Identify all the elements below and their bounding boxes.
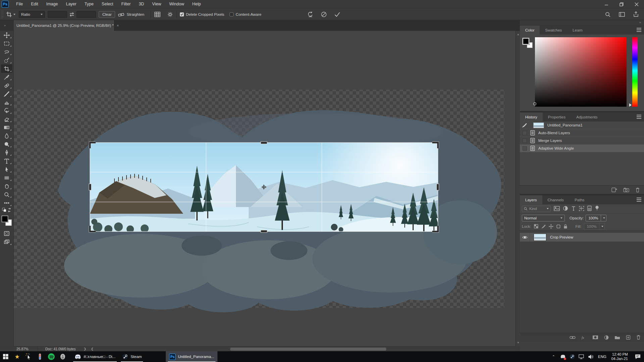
- straighten-icon[interactable]: [118, 11, 125, 18]
- opacity-input[interactable]: 100%: [586, 215, 606, 221]
- zoom-level[interactable]: 25.87%: [14, 347, 38, 352]
- delete-layer-trash-icon[interactable]: [636, 335, 641, 340]
- reset-crop-icon[interactable]: [307, 11, 314, 18]
- menu-select[interactable]: Select: [98, 0, 117, 8]
- zoom-tool[interactable]: [1, 190, 12, 199]
- crop-settings-gear-icon[interactable]: [167, 11, 174, 18]
- tab-adjustments[interactable]: Adjustments: [571, 112, 603, 121]
- saturation-brightness-field[interactable]: [535, 37, 627, 107]
- lasso-tool[interactable]: [1, 48, 12, 56]
- history-state-row[interactable]: Auto-Blend Layers: [520, 129, 644, 137]
- tray-expand-chevron[interactable]: ⌃: [549, 351, 557, 362]
- tab-color[interactable]: Color: [520, 25, 540, 35]
- temperature-monitor-icon[interactable]: [34, 351, 46, 362]
- crop-tool[interactable]: [1, 64, 12, 73]
- collapse-toolbar-chevrons[interactable]: »: [0, 20, 14, 31]
- menu-layer[interactable]: Layer: [62, 0, 80, 8]
- straighten-label[interactable]: Straighten: [127, 12, 144, 16]
- foreground-background-swatches[interactable]: [2, 216, 12, 226]
- blend-mode-select[interactable]: Normal: [522, 215, 565, 221]
- pen-tool[interactable]: [1, 148, 12, 157]
- action-center-icon[interactable]: [631, 351, 644, 362]
- vertical-scrollbar[interactable]: ▲ ▼: [515, 31, 520, 346]
- fill-input[interactable]: 100%: [584, 223, 604, 230]
- spotify-icon[interactable]: [46, 351, 57, 362]
- taskbar-steam-button[interactable]: Steam: [119, 351, 145, 362]
- ratio-select[interactable]: Ratio: [19, 11, 45, 18]
- cancel-crop-icon[interactable]: [320, 11, 327, 18]
- tab-properties[interactable]: Properties: [543, 112, 571, 121]
- path-selection-tool[interactable]: [1, 165, 12, 173]
- collapse-panels-chevrons[interactable]: »: [520, 20, 644, 25]
- color-panel-swatches[interactable]: [523, 38, 533, 48]
- layer-visibility-eye-icon[interactable]: [520, 233, 530, 242]
- history-source-checkbox[interactable]: [523, 131, 527, 135]
- link-layers-icon[interactable]: [569, 335, 576, 340]
- rectangle-tool[interactable]: [1, 173, 12, 182]
- eraser-tool[interactable]: [1, 115, 12, 123]
- foreground-color-swatch[interactable]: [523, 38, 529, 45]
- close-button[interactable]: [629, 0, 644, 8]
- tab-layers[interactable]: Layers: [520, 195, 542, 204]
- menu-filter[interactable]: Filter: [117, 0, 135, 8]
- overlay-grid-icon[interactable]: [154, 11, 161, 18]
- new-layer-icon[interactable]: [626, 335, 631, 340]
- history-state-row[interactable]: Merge Layers: [520, 137, 644, 145]
- filter-smart-objects-icon[interactable]: [587, 206, 592, 212]
- eyedropper-tool[interactable]: [1, 73, 12, 81]
- filter-toggle-icon[interactable]: [595, 206, 599, 212]
- cursor-app-icon[interactable]: [23, 351, 34, 362]
- lock-image-brush-icon[interactable]: [541, 224, 546, 229]
- new-group-folder-icon[interactable]: [614, 335, 620, 340]
- clear-button[interactable]: Clear: [99, 11, 115, 18]
- quick-selection-tool[interactable]: [1, 56, 12, 64]
- tray-discord-icon[interactable]: [559, 351, 567, 362]
- start-button[interactable]: [0, 351, 11, 362]
- speaker-app-icon[interactable]: [57, 351, 68, 362]
- new-document-from-state-icon[interactable]: [611, 187, 617, 193]
- network-icon[interactable]: [578, 351, 586, 362]
- favorites-star-icon[interactable]: ★: [11, 351, 23, 362]
- taskbar-discord-button[interactable]: #□главные□ - Di...: [71, 351, 119, 362]
- minimize-button[interactable]: [599, 0, 614, 8]
- share-icon[interactable]: [633, 11, 639, 18]
- canvas-area[interactable]: [14, 31, 515, 346]
- tray-steam-icon[interactable]: [568, 351, 576, 362]
- menu-view[interactable]: View: [148, 0, 165, 8]
- horizontal-scrollbar-thumb[interactable]: [230, 348, 386, 351]
- lock-all-padlock-icon[interactable]: [563, 224, 567, 229]
- type-tool[interactable]: [1, 157, 12, 165]
- menu-3d[interactable]: 3D: [135, 0, 148, 8]
- status-next-icon[interactable]: ❯: [84, 347, 86, 351]
- status-prev-icon[interactable]: ❮: [91, 347, 94, 351]
- history-source-checkbox[interactable]: [523, 146, 527, 151]
- screen-mode-button[interactable]: [1, 238, 12, 246]
- panel-menu-icon[interactable]: [637, 115, 641, 119]
- spot-healing-brush-tool[interactable]: [1, 81, 12, 90]
- menu-file[interactable]: File: [12, 0, 27, 8]
- document-tab[interactable]: Untitled_Panorama1 @ 25.9% (Crop Preview…: [14, 20, 114, 31]
- layer-row-crop-preview[interactable]: Crop Preview: [520, 233, 644, 242]
- options-grip[interactable]: [1, 11, 3, 18]
- delete-state-trash-icon[interactable]: [635, 187, 640, 193]
- delete-cropped-pixels-checkbox[interactable]: Delete Cropped Pixels: [180, 12, 230, 16]
- taskbar-photoshop-button[interactable]: Ps Untitled_Panorama...: [166, 351, 217, 362]
- new-adjustment-layer-icon[interactable]: [604, 335, 609, 340]
- workspace-switcher-icon[interactable]: [618, 11, 625, 18]
- panel-menu-icon[interactable]: [637, 198, 641, 202]
- lock-position-icon[interactable]: [549, 224, 553, 229]
- filter-adjustment-layers-icon[interactable]: [563, 206, 568, 212]
- restore-button[interactable]: [614, 0, 629, 8]
- search-icon[interactable]: [604, 11, 611, 18]
- dodge-tool[interactable]: [1, 140, 12, 148]
- scroll-up-icon[interactable]: ▲: [517, 33, 519, 36]
- tab-swatches[interactable]: Swatches: [540, 25, 567, 35]
- default-and-swap-colors[interactable]: [1, 207, 12, 214]
- move-tool[interactable]: [1, 31, 12, 39]
- lock-artboard-icon[interactable]: [556, 224, 561, 229]
- add-layer-mask-icon[interactable]: [592, 335, 598, 340]
- history-state-row-selected[interactable]: Adaptive Wide Angle: [520, 145, 644, 152]
- layer-thumbnail[interactable]: [534, 234, 546, 241]
- crop-height-input[interactable]: [77, 11, 96, 18]
- language-indicator[interactable]: ENG: [596, 351, 608, 362]
